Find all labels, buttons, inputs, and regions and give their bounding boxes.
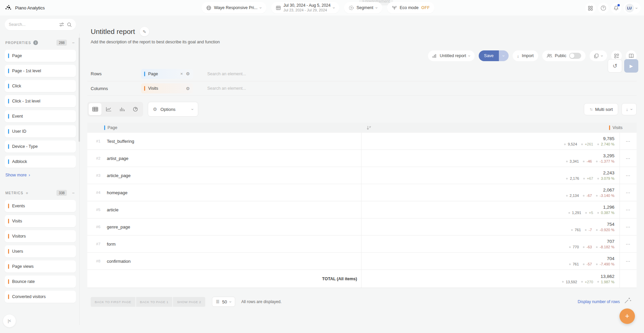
table-row[interactable]: #7 form 707 770 -63 -8.182 % ⋯ — [87, 236, 637, 253]
pie-chart-view-button[interactable] — [129, 103, 142, 115]
metric-label: Users — [12, 249, 23, 254]
row-menu-button[interactable]: ⋯ — [620, 150, 637, 167]
export-button[interactable]: ↓ › — [621, 103, 637, 115]
multi-sort-button[interactable]: ↑↓ Multi sort — [584, 103, 618, 115]
table-row[interactable]: #4 homepage 2,067 2,134 -67 -3.140 % ⋯ — [87, 184, 637, 201]
sidebar-property-item[interactable]: User ID — [5, 125, 76, 137]
chip-label: Visits — [148, 86, 183, 91]
show-more-link[interactable]: Show more› — [5, 173, 30, 177]
show-page-2-button[interactable]: SHOW PAGE 2 — [173, 297, 205, 307]
row-prev-value: 2,176 — [570, 176, 579, 180]
site-selector[interactable]: Waye Responsive Pri... › — [202, 2, 266, 13]
add-metric-icon[interactable]: + — [26, 191, 28, 196]
sidebar-metric-item[interactable]: Page views — [5, 260, 76, 273]
sidebar-property-item[interactable]: Adblock — [5, 156, 76, 168]
sidebar-property-item[interactable]: Click — [5, 80, 76, 92]
back-to-first-page-button[interactable]: BACK TO FIRST PAGE — [91, 297, 135, 307]
page-size-select[interactable]: ☰ 50 › — [212, 297, 235, 307]
table-row[interactable]: #2 artist_page 3,295 3,341 -46 -1.377 % … — [87, 150, 637, 167]
table-row[interactable]: #6 genre_page 754 761 -7 -0.920 % ⋯ — [87, 218, 637, 236]
table-row[interactable]: #8 confirmation 704 761 -57 -7.490 % ⋯ — [87, 253, 637, 270]
undo-button[interactable]: ↺ — [608, 59, 622, 73]
collapse-section-icon[interactable]: − — [72, 40, 75, 45]
public-toggle-group[interactable]: Public — [542, 50, 586, 61]
sidebar-property-item[interactable]: Device - Type — [5, 140, 76, 153]
row-menu-button[interactable]: ⋯ — [620, 167, 637, 184]
eco-mode-toggle[interactable]: Eco mode OFF — [387, 2, 435, 13]
column-header-page[interactable]: Page — [87, 125, 361, 130]
line-chart-view-button[interactable] — [102, 103, 115, 115]
table-row[interactable]: #1 Test_buffering 9,785 9,524 +261 2.740… — [87, 133, 637, 150]
table-row[interactable]: #5 article 1,296 1,291 +5 0.387 % ⋯ — [87, 201, 637, 218]
report-select[interactable]: Untitled report › — [428, 50, 475, 61]
sidebar-search[interactable] — [5, 19, 76, 30]
sidebar-metric-item[interactable]: Visitors — [5, 230, 76, 242]
sidebar-property-item[interactable]: Page - 1st level — [5, 65, 76, 77]
save-button[interactable]: Save — [479, 50, 499, 61]
row-menu-button[interactable]: ⋯ — [620, 253, 637, 269]
gear-icon[interactable]: ⚙ — [186, 86, 190, 91]
search-input[interactable] — [9, 22, 56, 27]
columns-search-input[interactable] — [207, 86, 315, 91]
sidebar-metric-item[interactable]: Converted visitors — [5, 291, 76, 303]
sidebar-scrollbar-thumb[interactable] — [79, 38, 80, 142]
chart-icon — [432, 54, 437, 58]
row-menu-button[interactable]: ⋯ — [620, 184, 637, 201]
help-button[interactable] — [598, 3, 609, 13]
row-dimension-chip[interactable]: Page × ⚙ — [141, 69, 193, 79]
sidebar-metric-item[interactable]: Bounce rate — [5, 276, 76, 288]
grid-plus-icon — [614, 53, 619, 58]
save-options-button[interactable]: › — [499, 50, 508, 61]
collapse-sidebar-button[interactable]: |< — [3, 315, 16, 327]
date-range-comparison: Jul 23, 2024 - Jul 29, 2024 — [284, 8, 331, 12]
back-to-page-1-button[interactable]: BACK TO PAGE 1 — [136, 297, 173, 307]
remove-chip-icon[interactable]: × — [180, 71, 183, 76]
apps-grid-button[interactable] — [585, 3, 596, 13]
visits-column-label: Visits — [612, 125, 622, 130]
import-button[interactable]: ↓ Import — [513, 50, 538, 61]
options-dropdown[interactable]: ⚙ Options › — [148, 102, 198, 117]
row-menu-button[interactable]: ⋯ — [620, 133, 637, 150]
sidebar-metric-item[interactable]: Users — [5, 245, 76, 257]
edit-title-button[interactable]: ✎ — [140, 27, 149, 36]
people-icon — [547, 53, 552, 58]
duplicate-button[interactable]: › — [590, 50, 607, 61]
search-icon[interactable] — [67, 22, 72, 27]
rows-search-input[interactable] — [207, 72, 315, 76]
sidebar-property-item[interactable]: Click - 1st level — [5, 95, 76, 107]
magic-wand-icon[interactable] — [624, 296, 632, 304]
display-number-of-rows-link[interactable]: Display number of rows — [578, 299, 620, 304]
column-header-visits[interactable]: Visits — [609, 125, 637, 130]
user-menu[interactable]: LU › — [624, 2, 641, 14]
row-menu-button[interactable]: ⋯ — [620, 201, 637, 218]
sidebar-metric-item[interactable]: Events — [5, 200, 76, 212]
table-row[interactable]: #3 article_page 2,243 2,176 +67 3.079 % … — [87, 167, 637, 184]
public-toggle[interactable] — [569, 53, 581, 59]
options-label: Options — [161, 107, 188, 112]
brand: Piano Analytics — [5, 4, 45, 11]
report-description[interactable]: Add the description of the report to bes… — [87, 40, 637, 44]
sidebar-metric-item[interactable]: Visits — [5, 215, 76, 227]
collapse-section-icon[interactable]: − — [72, 191, 75, 196]
save-split-button: Save › — [479, 50, 509, 61]
row-menu-button[interactable]: ⋯ — [620, 236, 637, 252]
segment-selector[interactable]: Segment › — [344, 2, 382, 13]
row-menu-button[interactable]: ⋯ — [620, 218, 637, 235]
total-label: TOTAL (All items) — [322, 277, 361, 281]
sidebar-property-item[interactable]: Event — [5, 110, 76, 122]
run-query-button[interactable]: ▶ — [624, 59, 638, 73]
gear-icon[interactable]: ⚙ — [186, 71, 190, 76]
info-icon[interactable]: i — [33, 40, 38, 45]
sidebar-property-item[interactable]: Page — [5, 50, 76, 62]
add-button[interactable]: + — [619, 308, 635, 324]
date-range-selector[interactable]: Jul 30, 2024 - Aug 5, 2024 Jul 23, 2024 … — [271, 2, 339, 13]
notifications-button[interactable] — [611, 3, 621, 13]
table-view-button[interactable] — [89, 103, 101, 115]
row-prev-value: 2,134 — [570, 194, 579, 198]
row-page-name: confirmation — [107, 259, 131, 264]
filters-icon[interactable] — [59, 22, 64, 27]
bar-chart-view-button[interactable] — [116, 103, 128, 115]
column-metric-chip[interactable]: Visits ⚙ — [141, 83, 193, 93]
metrics-count-badge: 338 — [56, 190, 67, 196]
sort-descending-icon[interactable] — [367, 126, 371, 130]
